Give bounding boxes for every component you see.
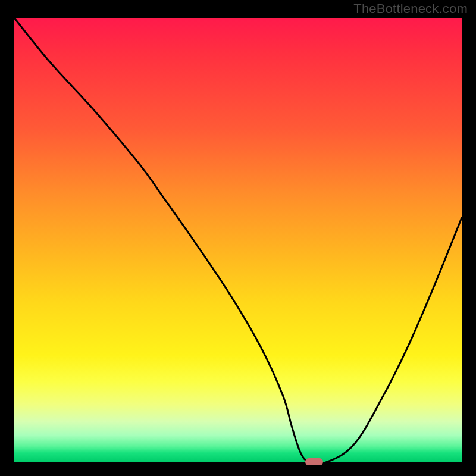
chart-frame: TheBottleneck.com <box>0 0 476 476</box>
watermark-text: TheBottleneck.com <box>353 1 468 17</box>
bottleneck-curve <box>14 18 462 462</box>
plot-area <box>14 18 462 462</box>
optimal-marker <box>305 458 323 465</box>
curve-line <box>14 18 462 462</box>
